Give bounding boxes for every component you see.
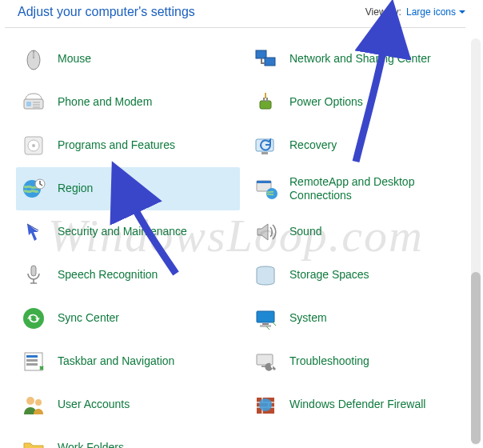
svg-rect-31 — [260, 325, 271, 327]
svg-rect-26 — [257, 181, 271, 183]
view-by-group: View by: Large icons — [365, 6, 465, 18]
user-accounts-icon — [21, 392, 46, 418]
item-label: Power Options — [289, 95, 363, 110]
item-work-folders[interactable]: Work Folders — [16, 426, 240, 448]
sync-center-icon — [21, 306, 46, 331]
item-recovery[interactable]: Recovery — [248, 124, 472, 167]
item-label: Mouse — [58, 52, 91, 66]
svg-rect-13 — [26, 359, 38, 362]
content-area: WindowsLoop.com Mouse Phone and Modem — [0, 28, 483, 448]
remoteapp-icon — [253, 176, 278, 202]
item-security-maintenance[interactable]: Security and Maintenance — [16, 210, 240, 254]
svg-rect-24 — [261, 152, 268, 154]
speech-recognition-icon — [21, 262, 46, 288]
item-label: Work Folders — [58, 441, 124, 448]
items-grid: Mouse Phone and Modem Programs and Featu… — [16, 38, 472, 448]
work-folders-icon — [21, 435, 46, 448]
item-label: Phone and Modem — [58, 95, 152, 110]
region-icon — [21, 176, 46, 202]
item-sync-center[interactable]: Sync Center — [16, 297, 240, 340]
header: Adjust your computer's settings View by:… — [0, 0, 483, 27]
item-label: Network and Sharing Center — [289, 52, 431, 66]
view-by-dropdown[interactable]: Large icons — [406, 6, 465, 18]
svg-point-16 — [35, 399, 42, 406]
item-label: Troubleshooting — [289, 354, 369, 369]
svg-point-15 — [26, 397, 34, 405]
item-label: System — [289, 311, 327, 326]
item-programs-features[interactable]: Programs and Features — [16, 124, 240, 167]
item-label: Storage Spaces — [289, 268, 369, 282]
item-label: Taskbar and Navigation — [58, 354, 174, 369]
svg-point-6 — [32, 144, 35, 147]
recovery-icon — [253, 133, 278, 158]
right-column: Network and Sharing Center Power Options… — [248, 38, 472, 448]
svg-rect-19 — [265, 58, 275, 66]
item-label: Programs and Features — [58, 138, 175, 153]
troubleshooting-icon — [253, 349, 278, 374]
item-remoteapp[interactable]: RemoteApp and Desktop Connections — [248, 167, 472, 210]
left-column: Mouse Phone and Modem Programs and Featu… — [16, 38, 240, 448]
storage-spaces-icon — [253, 262, 278, 288]
svg-point-10 — [23, 308, 44, 329]
svg-rect-14 — [26, 363, 38, 366]
control-panel-window: Adjust your computer's settings View by:… — [0, 0, 483, 448]
chevron-down-icon — [459, 10, 465, 14]
svg-rect-12 — [26, 355, 38, 358]
vertical-scrollbar[interactable] — [471, 38, 481, 445]
item-network-sharing[interactable]: Network and Sharing Center — [248, 38, 472, 81]
item-label: Sync Center — [58, 311, 119, 326]
scrollbar-thumb[interactable] — [471, 272, 481, 444]
item-label: RemoteApp and Desktop Connections — [289, 175, 467, 203]
item-storage-spaces[interactable]: Storage Spaces — [248, 254, 472, 297]
svg-rect-1 — [33, 53, 34, 57]
svg-point-35 — [259, 398, 272, 411]
item-troubleshooting[interactable]: Troubleshooting — [248, 340, 472, 383]
item-system[interactable]: System — [248, 297, 472, 340]
sound-icon — [253, 219, 278, 245]
mouse-icon — [21, 46, 46, 72]
svg-rect-9 — [31, 266, 36, 276]
item-power-options[interactable]: Power Options — [248, 81, 472, 124]
system-icon — [253, 306, 278, 331]
item-label: Security and Maintenance — [58, 225, 187, 239]
phone-modem-icon — [21, 90, 46, 115]
item-phone-modem[interactable]: Phone and Modem — [16, 81, 240, 124]
item-mouse[interactable]: Mouse — [16, 38, 240, 81]
svg-rect-29 — [257, 311, 274, 322]
taskbar-navigation-icon — [21, 349, 46, 374]
item-label: Speech Recognition — [58, 268, 158, 282]
svg-rect-22 — [266, 98, 268, 102]
item-user-accounts[interactable]: User Accounts — [16, 383, 240, 426]
defender-firewall-icon — [253, 392, 278, 418]
security-maintenance-icon — [21, 219, 46, 245]
item-defender-firewall[interactable]: Windows Defender Firewall — [248, 383, 472, 426]
network-sharing-icon — [253, 46, 278, 72]
item-label: Region — [58, 182, 93, 196]
item-label: Recovery — [289, 138, 337, 153]
svg-rect-3 — [26, 102, 31, 106]
svg-rect-21 — [263, 98, 265, 102]
svg-rect-30 — [262, 323, 269, 325]
item-label: Sound — [289, 225, 321, 239]
power-options-icon — [253, 90, 278, 115]
item-taskbar-navigation[interactable]: Taskbar and Navigation — [16, 340, 240, 383]
item-sound[interactable]: Sound — [248, 210, 472, 254]
item-region[interactable]: Region — [16, 167, 240, 210]
page-title: Adjust your computer's settings — [18, 5, 195, 19]
item-label: Windows Defender Firewall — [289, 398, 425, 412]
item-label: User Accounts — [58, 398, 130, 412]
svg-rect-20 — [260, 101, 271, 109]
view-by-label: View by: — [365, 6, 401, 18]
programs-features-icon — [21, 133, 46, 158]
item-speech-recognition[interactable]: Speech Recognition — [16, 254, 240, 297]
view-by-value: Large icons — [406, 6, 456, 18]
